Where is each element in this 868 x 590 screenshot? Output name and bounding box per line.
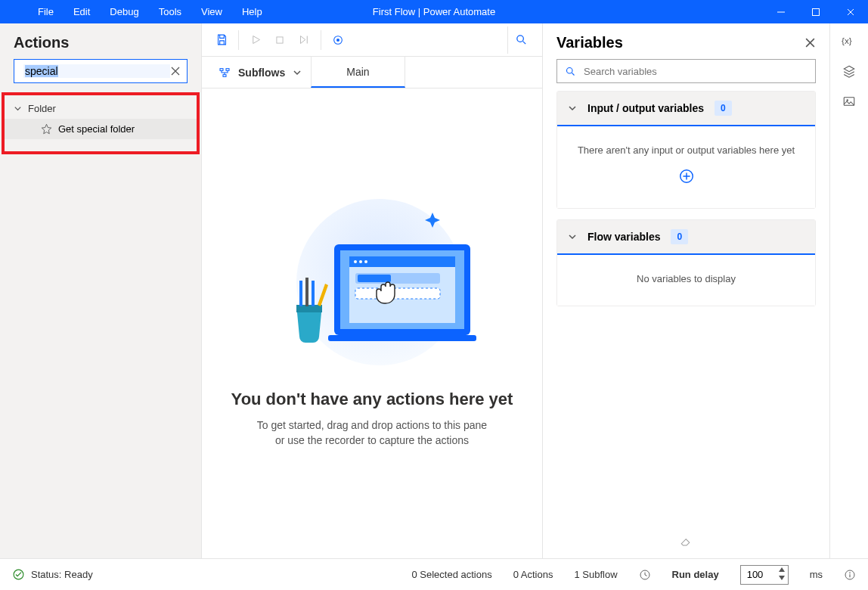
svg-point-20 — [364, 260, 367, 263]
variables-rail-icon[interactable]: {x} — [842, 34, 857, 48]
svg-rect-25 — [299, 281, 302, 306]
flow-variables-header[interactable]: Flow variables 0 — [557, 220, 815, 255]
minimize-button[interactable] — [764, 0, 798, 23]
actions-search-input[interactable] — [23, 64, 170, 78]
svg-rect-0 — [813, 8, 820, 15]
empty-state-line2: or use the recorder to capture the actio… — [231, 433, 513, 449]
flow-variables-message: No variables to display — [565, 273, 808, 284]
subflows-label: Subflows — [238, 67, 285, 79]
empty-state-illustration — [259, 199, 485, 365]
flow-tabs: Subflows Main — [202, 57, 542, 88]
actions-tree-highlight: Folder Get special folder — [2, 92, 200, 154]
action-get-special-folder[interactable]: Get special folder — [5, 119, 197, 139]
run-button[interactable] — [243, 28, 268, 52]
io-variables-count: 0 — [715, 101, 732, 116]
titlebar: File Edit Debug Tools View Help First Fl… — [0, 0, 868, 23]
stop-button[interactable] — [268, 28, 292, 52]
empty-state-line1: To get started, drag and drop actions to… — [231, 418, 513, 433]
actions-panel-title: Actions — [0, 23, 201, 59]
svg-point-4 — [517, 36, 524, 42]
io-variables-message: There aren't any input or output variabl… — [565, 144, 808, 156]
actions-search[interactable] — [14, 59, 188, 83]
svg-point-28 — [567, 67, 573, 73]
workspace: Subflows Main — [202, 23, 543, 558]
close-button[interactable] — [833, 0, 868, 23]
step-button[interactable] — [292, 28, 316, 52]
variables-panel-title: Variables — [556, 34, 623, 51]
menu-edit[interactable]: Edit — [66, 2, 98, 22]
star-icon — [41, 123, 52, 135]
selected-actions-count: 0 Selected actions — [411, 569, 491, 580]
svg-rect-27 — [312, 281, 315, 306]
run-delay-up[interactable] — [777, 566, 787, 574]
menu-help[interactable]: Help — [234, 2, 270, 22]
workspace-toolbar — [202, 23, 542, 57]
clock-icon — [639, 569, 651, 581]
svg-rect-23 — [358, 275, 391, 282]
images-rail-icon[interactable] — [842, 95, 856, 108]
statusbar: Status: Ready 0 Selected actions 0 Actio… — [0, 558, 868, 590]
layers-rail-icon[interactable] — [842, 64, 856, 78]
subflows-button[interactable]: Subflows — [209, 57, 311, 88]
chevron-down-icon — [293, 68, 302, 77]
workspace-search-button[interactable] — [507, 26, 535, 54]
io-variables-label: Input / output variables — [587, 102, 704, 114]
actions-count: 0 Actions — [513, 569, 553, 580]
run-delay-down[interactable] — [777, 574, 787, 582]
run-delay-unit: ms — [810, 569, 823, 580]
right-rail: {x} — [830, 23, 868, 558]
svg-point-3 — [336, 39, 339, 42]
search-icon — [565, 66, 576, 77]
window-controls — [764, 0, 868, 23]
recorder-button[interactable] — [326, 28, 350, 52]
menu-debug[interactable]: Debug — [102, 2, 146, 22]
svg-rect-5 — [220, 68, 223, 70]
svg-rect-22 — [355, 288, 440, 299]
svg-rect-26 — [305, 278, 308, 306]
menubar: File Edit Debug Tools View Help — [30, 2, 270, 22]
variables-search-input[interactable] — [582, 65, 808, 78]
close-variables-icon[interactable] — [804, 37, 816, 48]
flow-variables-section: Flow variables 0 No variables to display — [556, 219, 816, 306]
svg-rect-7 — [223, 74, 226, 76]
variables-search[interactable] — [556, 59, 816, 83]
action-label: Get special folder — [58, 123, 135, 135]
tree-group-label: Folder — [28, 103, 56, 114]
tab-main[interactable]: Main — [311, 57, 405, 88]
subflows-count: 1 Subflow — [574, 569, 617, 580]
svg-point-36 — [849, 572, 851, 573]
io-variables-section: Input / output variables 0 There aren't … — [556, 91, 816, 209]
svg-rect-15 — [328, 335, 476, 341]
chevron-down-icon — [568, 232, 577, 241]
menu-tools[interactable]: Tools — [151, 2, 189, 22]
variables-panel: Variables Input / output variables — [543, 23, 830, 558]
svg-point-19 — [359, 260, 362, 263]
menu-view[interactable]: View — [194, 2, 230, 22]
flow-canvas[interactable]: You don't have any actions here yet To g… — [202, 88, 542, 558]
empty-state: You don't have any actions here yet To g… — [231, 199, 513, 448]
svg-text:{x}: {x} — [842, 36, 852, 45]
svg-point-32 — [847, 99, 848, 101]
info-icon[interactable] — [844, 569, 856, 581]
empty-state-title: You don't have any actions here yet — [231, 390, 513, 409]
flow-variables-count: 0 — [671, 229, 688, 244]
flow-variables-label: Flow variables — [587, 231, 660, 243]
io-variables-header[interactable]: Input / output variables 0 — [557, 92, 815, 126]
menu-file[interactable]: File — [30, 2, 61, 22]
save-button[interactable] — [209, 28, 234, 52]
svg-rect-6 — [226, 68, 229, 70]
maximize-button[interactable] — [798, 0, 833, 23]
chevron-down-icon — [568, 104, 577, 113]
svg-point-18 — [354, 260, 357, 263]
status-ok-icon — [12, 568, 25, 581]
chevron-down-icon — [14, 104, 22, 113]
run-delay-label: Run delay — [672, 569, 719, 580]
tree-group-folder[interactable]: Folder — [5, 95, 197, 119]
svg-rect-1 — [277, 36, 283, 42]
clear-search-icon[interactable] — [170, 66, 181, 76]
eraser-icon[interactable] — [543, 534, 829, 558]
subflows-icon — [219, 67, 231, 79]
actions-panel: Actions Folder Get special folder — [0, 23, 202, 558]
add-variable-button[interactable] — [678, 168, 695, 185]
status-text: Status: Ready — [31, 569, 93, 580]
